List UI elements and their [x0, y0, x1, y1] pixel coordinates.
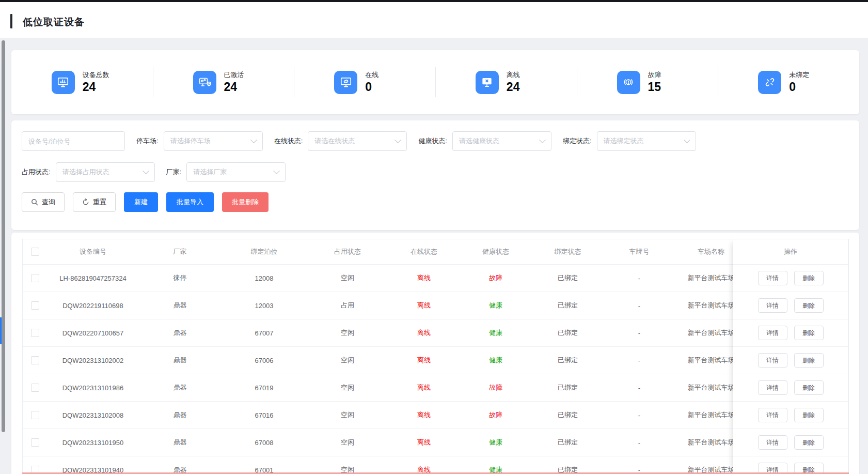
operation-row: 详情 删除: [733, 265, 848, 292]
chevron-down-icon: [250, 136, 257, 143]
row-checkbox-cell: [23, 301, 48, 310]
left-scrollbar-thumb[interactable]: [2, 40, 5, 432]
cell-device-no: DQW202207100657: [48, 329, 138, 337]
cell-bind-status: 已绑定: [532, 410, 604, 420]
cell-plate: -: [604, 274, 675, 282]
cell-vendor: 鼎器: [138, 383, 222, 392]
stat-value: 0: [789, 80, 819, 95]
row-checkbox[interactable]: [31, 274, 39, 282]
delete-button[interactable]: 删除: [794, 380, 824, 395]
cell-device-no: DQW202313102002: [48, 357, 138, 364]
stat-label: 在线: [365, 70, 395, 80]
create-button[interactable]: 新建: [124, 192, 158, 212]
cell-device-no: LH-862819047257324: [48, 274, 138, 282]
cell-online-status: 离线: [388, 356, 460, 365]
delete-button[interactable]: 删除: [794, 271, 824, 285]
cell-online-status: 离线: [388, 438, 460, 447]
filter-row-2: 占用状态: 请选择占用状态 厂家: 请选择厂家: [22, 162, 286, 182]
search-button[interactable]: 查询: [22, 192, 65, 212]
cell-plate: -: [604, 302, 675, 310]
chevron-down-icon: [143, 167, 149, 174]
delete-button[interactable]: 删除: [794, 408, 824, 422]
detail-button[interactable]: 详情: [758, 408, 787, 422]
detail-button[interactable]: 详情: [758, 326, 787, 340]
cell-berth: 67016: [222, 411, 307, 419]
delete-button[interactable]: 删除: [794, 298, 824, 313]
health-status-select[interactable]: 请选健康状态: [452, 131, 551, 151]
batch-delete-button[interactable]: 批量删除: [222, 192, 269, 212]
offline-icon: [476, 71, 499, 94]
cell-vendor: 鼎器: [138, 328, 222, 338]
device-berth-search-input[interactable]: [22, 131, 125, 151]
header-divider: [9, 38, 859, 38]
delete-button[interactable]: 删除: [794, 353, 824, 368]
stat-label: 离线: [507, 70, 536, 80]
row-checkbox-cell: [23, 329, 48, 337]
cell-berth: 67006: [222, 357, 307, 364]
activated-icon: [193, 71, 216, 94]
chevron-down-icon: [684, 136, 690, 143]
cell-plate: -: [604, 384, 675, 392]
cell-plate: -: [604, 411, 675, 419]
row-checkbox[interactable]: [31, 356, 39, 364]
detail-button[interactable]: 详情: [758, 298, 787, 313]
cell-plate: -: [604, 439, 675, 447]
detail-button[interactable]: 详情: [758, 353, 787, 368]
col-plate: 车牌号: [604, 247, 675, 256]
filter-label-vendor: 厂家:: [166, 167, 182, 177]
col-bind: 绑定状态: [532, 247, 604, 256]
operation-row: 详情 删除: [733, 292, 848, 319]
detail-button[interactable]: 详情: [758, 435, 787, 450]
col-vendor: 厂家: [138, 247, 222, 256]
table-row: DQW202313101986 鼎器 67019 空闲 离线 故障 已绑定 - …: [23, 374, 848, 402]
stat-value: 24: [507, 80, 536, 95]
row-checkbox[interactable]: [31, 301, 39, 310]
col-occupy: 占用状态: [307, 247, 388, 256]
page-header: 低位取证设备: [0, 2, 868, 38]
row-checkbox[interactable]: [31, 438, 39, 447]
row-checkbox-cell: [23, 356, 48, 364]
select-all-checkbox[interactable]: [31, 248, 39, 256]
stats-card: 设备总数 24 已激活 24: [11, 50, 859, 114]
stat-online: 在线 0: [294, 50, 435, 114]
cell-plate: -: [604, 329, 675, 337]
operation-row: 详情 删除: [733, 347, 848, 374]
online-status-select[interactable]: 请选在线状态: [308, 131, 407, 151]
cell-occupy: 空闲: [307, 383, 388, 392]
operation-row: 详情 删除: [733, 429, 848, 456]
col-health: 健康状态: [460, 247, 532, 256]
bind-status-select[interactable]: 请选绑定状态: [597, 131, 696, 151]
row-checkbox[interactable]: [31, 384, 39, 392]
filter-row-1: 停车场: 请选择停车场 在线状态: 请选在线状态 健康状态: 请选健康状态 绑定…: [22, 131, 696, 151]
row-checkbox[interactable]: [31, 329, 39, 337]
cell-online-status: 离线: [388, 273, 460, 283]
left-edge-drawer-handle[interactable]: [0, 317, 2, 344]
stat-label: 故障: [648, 70, 678, 80]
occupy-status-select[interactable]: 请选择占用状态: [56, 162, 155, 182]
detail-button[interactable]: 详情: [758, 380, 787, 395]
delete-button[interactable]: 删除: [794, 326, 824, 340]
op-col-body: 详情 删除 详情 删除 详情 删除 详情 删除 详情 删除 详情 删除 详情 删…: [733, 265, 848, 474]
stat-value: 24: [224, 80, 254, 95]
unbound-icon: [758, 71, 781, 94]
cell-health-status: 故障: [460, 273, 532, 283]
fixed-operation-column: 操作 详情 删除 详情 删除 详情 删除 详情 删除 详情 删除 详情 删除 详…: [733, 239, 848, 474]
delete-button[interactable]: 删除: [794, 435, 824, 450]
cell-occupy: 空闲: [307, 438, 388, 447]
reset-icon: [82, 198, 89, 206]
col-device-no: 设备编号: [48, 247, 138, 256]
cell-berth: 67007: [222, 329, 307, 337]
filter-actions-row: 查询 重置 新建 批量导入 批量删除: [22, 192, 269, 212]
cell-occupy: 占用: [307, 301, 388, 310]
vendor-select[interactable]: 请选择厂家: [186, 162, 286, 182]
cell-bind-status: 已绑定: [532, 383, 604, 392]
batch-import-button[interactable]: 批量导入: [166, 192, 214, 212]
cell-bind-status: 已绑定: [532, 301, 604, 310]
cell-bind-status: 已绑定: [532, 328, 604, 338]
device-table-card: 设备编号 厂家 绑定泊位 占用状态 在线状态 健康状态 绑定状态 车牌号 车场名…: [11, 233, 859, 474]
table-row: DQW202313102008 鼎器 67016 空闲 离线 故障 已绑定 - …: [23, 402, 848, 429]
parking-lot-select[interactable]: 请选择停车场: [164, 131, 263, 151]
row-checkbox[interactable]: [31, 411, 39, 419]
reset-button[interactable]: 重置: [73, 192, 116, 212]
detail-button[interactable]: 详情: [758, 271, 787, 285]
